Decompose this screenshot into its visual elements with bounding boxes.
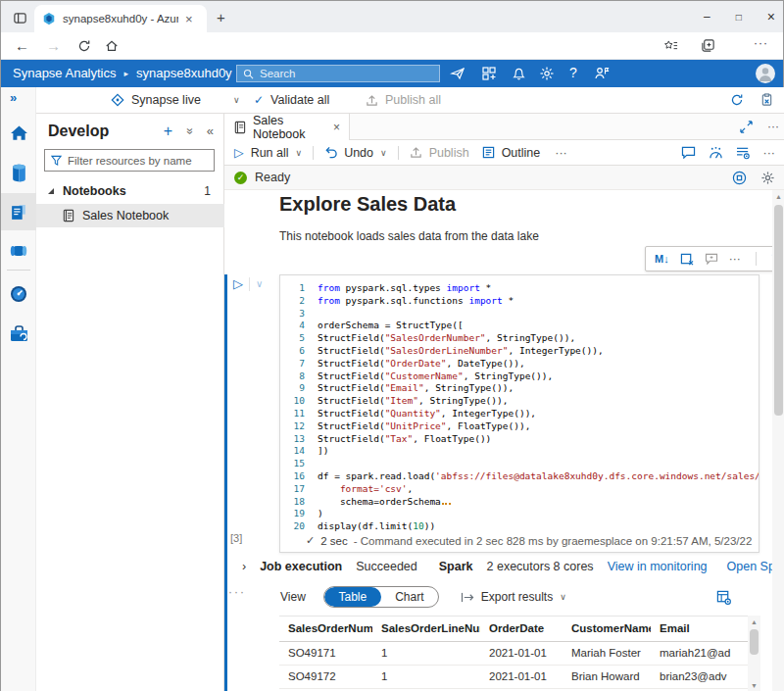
undo-label[interactable]: Undo xyxy=(344,146,373,160)
clear-cell-icon[interactable] xyxy=(680,253,694,266)
filter-resources-input[interactable] xyxy=(68,155,208,167)
outline-icon[interactable] xyxy=(482,146,495,159)
run-cell-icon[interactable]: ▷ xyxy=(233,276,243,291)
collapse-panel-icon[interactable]: « xyxy=(207,123,214,138)
sidebar-item-develop[interactable] xyxy=(1,193,36,230)
toolbar-overflow-icon[interactable]: ··· xyxy=(763,146,776,160)
content-scroll-up-icon[interactable]: ▲ xyxy=(772,190,784,203)
run-all-label[interactable]: Run all xyxy=(251,146,289,160)
tab-close-icon[interactable]: × xyxy=(185,12,193,26)
configure-session-icon[interactable] xyxy=(736,146,751,160)
tree-group-notebooks[interactable]: Notebooks 1 xyxy=(36,180,224,202)
comments-icon[interactable] xyxy=(681,146,696,159)
code-line[interactable]: 2from pyspark.sql.functions import * xyxy=(280,295,759,308)
code-line[interactable]: 10StructField("Item", StringType()), xyxy=(280,395,759,408)
feedback-send-icon[interactable] xyxy=(450,66,466,81)
breadcrumb-workspace[interactable]: synapse8xuhd0y xyxy=(136,66,232,80)
refresh-button[interactable] xyxy=(77,39,91,53)
table-scroll-down-icon[interactable]: ▼ xyxy=(748,679,760,691)
sidebar-item-home[interactable] xyxy=(1,115,36,152)
code-line[interactable]: 4orderSchema = StructType([ xyxy=(280,320,759,332)
code-line[interactable]: 18 schema=orderSchema xyxy=(280,496,759,509)
outline-label[interactable]: Outline xyxy=(502,146,541,160)
collapse-cell-icon[interactable]: ∨ xyxy=(256,278,263,289)
expand-editor-icon[interactable] xyxy=(740,121,753,133)
search-input[interactable] xyxy=(260,68,433,79)
code-line[interactable]: 7StructField("OrderDate", DateType()), xyxy=(280,358,759,370)
expand-rail-icon[interactable]: » xyxy=(10,90,17,105)
forward-button[interactable]: → xyxy=(46,37,61,54)
publish-all-button[interactable]: Publish all xyxy=(366,87,441,113)
favorites-icon[interactable] xyxy=(663,39,678,53)
help-icon[interactable]: ? xyxy=(569,65,585,80)
notebook-tab-close-icon[interactable]: × xyxy=(333,121,340,134)
global-search[interactable] xyxy=(236,65,440,82)
window-close-button[interactable]: × xyxy=(767,9,775,25)
search-table-icon[interactable] xyxy=(716,590,731,605)
cell-more-icon[interactable]: ··· xyxy=(729,252,741,266)
code-cell[interactable]: 1from pyspark.sql.types import *2from py… xyxy=(279,274,760,553)
stop-session-icon[interactable] xyxy=(732,171,747,185)
new-tab-button[interactable]: + xyxy=(217,9,225,25)
code-line[interactable]: 15 xyxy=(280,458,759,470)
tree-item-sales-notebook[interactable]: Sales Notebook xyxy=(36,204,224,227)
sidebar-item-data[interactable] xyxy=(1,154,36,191)
code-line[interactable]: 19) xyxy=(280,508,759,520)
view-in-monitoring-link[interactable]: View in monitoring xyxy=(608,560,708,573)
refresh-workspace-icon[interactable] xyxy=(730,93,744,107)
code-line[interactable]: 11StructField("Quantity", IntegerType())… xyxy=(280,408,759,420)
code-line[interactable]: 5StructField("SalesOrderNumber", StringT… xyxy=(280,332,759,345)
code-line[interactable]: 8StructField("CustomerName", StringType(… xyxy=(280,370,759,383)
tab-more-icon[interactable]: ··· xyxy=(767,120,779,133)
code-line[interactable]: 16df = spark.read.load('abfss://files@da… xyxy=(280,470,759,483)
content-scrollbar[interactable]: ▲ xyxy=(772,190,784,691)
table-scrollbar[interactable]: ▲ ▼ xyxy=(748,616,760,691)
home-button[interactable] xyxy=(105,39,119,53)
branch-selector[interactable]: Synapse live ∨ xyxy=(111,87,239,113)
add-comment-icon[interactable] xyxy=(705,253,718,265)
collections-icon[interactable] xyxy=(701,38,715,53)
undo-icon[interactable] xyxy=(324,146,337,159)
code-line[interactable]: 17 format='csv', xyxy=(280,483,759,496)
code-line[interactable]: 1from pyspark.sql.types import * xyxy=(280,282,759,295)
breadcrumb-product[interactable]: Synapse Analytics xyxy=(13,66,117,80)
code-line[interactable]: 3 xyxy=(280,308,759,321)
table-row[interactable]: SO4917112021-01-01Mariah Fostermariah21@… xyxy=(279,641,748,665)
window-maximize-button[interactable]: □ xyxy=(736,12,742,23)
table-scroll-thumb[interactable] xyxy=(750,629,759,655)
notifications-bell-icon[interactable] xyxy=(512,66,527,81)
add-resource-button[interactable]: + xyxy=(164,124,172,138)
code-line[interactable]: 9StructField("Email", StringType()), xyxy=(280,382,759,395)
sidebar-item-manage[interactable] xyxy=(1,315,36,352)
sidebar-item-monitor[interactable] xyxy=(1,275,36,313)
chart-toggle-button[interactable]: Chart xyxy=(381,587,438,607)
code-line[interactable]: 14]) xyxy=(280,445,759,458)
sidebar-item-integrate[interactable] xyxy=(1,232,36,270)
whats-new-icon[interactable] xyxy=(481,66,497,81)
table-toggle-button[interactable]: Table xyxy=(324,587,381,607)
validate-all-button[interactable]: ✓ Validate all xyxy=(254,87,329,113)
code-line[interactable]: 6StructField("SalesOrderLineNumber", Int… xyxy=(280,345,759,358)
user-avatar[interactable] xyxy=(756,64,775,83)
browser-tab[interactable]: synapse8xuhd0y - Azure Synaps × xyxy=(34,5,207,32)
notebook-tab[interactable]: Sales Notebook × xyxy=(224,114,350,140)
tab-actions-button[interactable] xyxy=(9,7,30,28)
discard-changes-icon[interactable] xyxy=(760,93,773,107)
code-line[interactable]: 20display(df.limit(10)) xyxy=(280,520,759,533)
actions-chevron-icon[interactable]: « xyxy=(182,127,196,134)
job-expander-icon[interactable]: › xyxy=(242,560,246,573)
markdown-mode-icon[interactable]: M↓ xyxy=(655,253,669,265)
code-line[interactable]: 13StructField("Tax", FloatType()) xyxy=(280,433,759,446)
filter-resources-box[interactable] xyxy=(44,149,215,172)
run-all-play-icon[interactable]: ▷ xyxy=(234,145,244,160)
chevron-down-icon[interactable]: ∨ xyxy=(233,95,240,105)
browser-menu-icon[interactable]: ··· xyxy=(754,36,768,50)
session-settings-gear-icon[interactable] xyxy=(760,171,775,185)
export-results-button[interactable]: Export results ∨ xyxy=(461,590,566,604)
run-all-chevron-icon[interactable]: ∨ xyxy=(296,148,303,158)
back-button[interactable]: ← xyxy=(15,37,29,54)
session-metrics-icon[interactable] xyxy=(709,146,723,160)
toolbar-more-icon[interactable]: ··· xyxy=(555,146,567,160)
table-scroll-up-icon[interactable]: ▲ xyxy=(748,616,760,628)
code-line[interactable]: 12StructField("UnitPrice", FloatType()), xyxy=(280,420,759,433)
